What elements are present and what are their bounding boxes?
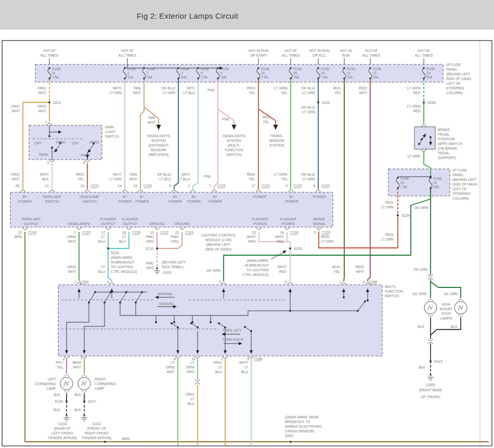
label: TURN LEFT — [222, 328, 241, 332]
label: (BEHIND LEFTKICK PANEL) — [162, 260, 186, 269]
splice-dot — [430, 136, 432, 138]
label: S226 — [111, 251, 119, 255]
label: C220 — [321, 184, 330, 188]
label: 7 — [45, 121, 47, 124]
label: C269 — [80, 280, 88, 284]
label: G200 — [163, 271, 172, 274]
splice-dot — [66, 400, 68, 402]
splice-dot — [250, 330, 252, 332]
component-box — [35, 64, 443, 82]
label: BRN — [15, 235, 22, 239]
splice-dot — [364, 300, 366, 302]
fuse-terminal — [257, 77, 259, 80]
splice-dot — [210, 321, 212, 323]
label: C268 — [369, 280, 377, 284]
fuse-terminal — [177, 77, 179, 80]
label: BLK — [451, 325, 458, 328]
label: C200 — [290, 231, 298, 234]
fuse-terminal — [317, 77, 319, 80]
splice-dot — [59, 142, 61, 144]
wire-blk-yel — [344, 79, 344, 281]
label: DK GRN — [444, 292, 458, 296]
splice-dot — [224, 326, 226, 328]
fuse-terminal — [143, 77, 145, 80]
splice-dot — [343, 296, 345, 298]
splice-dot — [244, 326, 246, 328]
splice-dot — [94, 291, 96, 293]
label: BLK — [74, 393, 81, 397]
label: S253 — [427, 101, 436, 104]
label: C222 — [217, 184, 226, 188]
label: OFF — [72, 141, 79, 145]
label: 22 — [18, 231, 22, 234]
splice-dot — [173, 321, 175, 323]
label: S107 — [88, 400, 96, 403]
label: BLK — [418, 325, 424, 328]
splice-dot — [141, 291, 143, 293]
splice-dot — [135, 301, 137, 304]
label: C200 — [144, 184, 152, 188]
label: S220 — [294, 247, 302, 251]
label: 4 — [362, 280, 365, 284]
label: C221 — [262, 184, 270, 188]
label: DK GRN — [414, 268, 428, 271]
splice-dot — [367, 299, 369, 301]
label: GROUND — [149, 222, 165, 226]
splice-dot — [125, 291, 127, 293]
label: BLK — [54, 408, 60, 412]
label: 10 — [191, 357, 196, 361]
fuse-terminal — [257, 67, 259, 69]
label: NORMAL — [158, 292, 173, 296]
label: TRANS-MISSIONSYSTEM — [269, 134, 284, 147]
diagram-border — [2, 41, 492, 446]
label: BRN — [122, 437, 129, 441]
label: 16 — [133, 184, 137, 188]
label: C222 — [82, 231, 90, 234]
splice-dot — [83, 400, 85, 402]
fuse-terminal — [430, 187, 432, 189]
splice-dot — [290, 441, 292, 443]
splice-dot — [51, 147, 53, 149]
splice-dot — [421, 138, 423, 140]
label: PARK — [39, 153, 48, 156]
label: (RIGHT REAR — [419, 388, 442, 392]
label: C222 — [160, 231, 168, 234]
label: PNK — [222, 117, 229, 121]
label: POWER — [313, 195, 326, 199]
label: 8 — [174, 357, 176, 361]
label: G405 — [426, 383, 435, 387]
label: LT GRN — [408, 154, 420, 158]
fuse-terminal — [317, 67, 319, 69]
splice-dot — [190, 322, 192, 324]
fuse-terminal — [124, 67, 126, 69]
label: BLK — [54, 393, 60, 397]
splice-dot — [218, 322, 220, 324]
label: 3 — [47, 161, 49, 164]
splice-dot — [289, 247, 291, 249]
label: S232 — [322, 101, 330, 104]
splice-dot — [430, 176, 432, 178]
label: DK GRN — [207, 269, 221, 272]
label: 5 — [169, 184, 171, 188]
splice-dot — [418, 143, 420, 145]
label: HEADLIGHTSSYSTEM(DAY/NIGHTSENSOR/AMPLIFI… — [147, 134, 170, 157]
label: C268 — [254, 357, 262, 361]
label: OFF — [34, 141, 42, 145]
label: 2 — [74, 280, 76, 284]
splice-dot — [423, 101, 425, 103]
label: 25 — [15, 184, 19, 188]
label: 6 — [313, 184, 315, 188]
label: 8 — [83, 161, 85, 164]
fuse-terminal — [217, 67, 219, 69]
fuse-terminal — [177, 67, 179, 69]
label: 9 — [219, 280, 221, 284]
label: 6 — [107, 280, 109, 284]
fuse-terminal — [124, 77, 126, 80]
label: 2 — [221, 357, 223, 361]
label: 5 — [247, 357, 249, 361]
label: 2 — [188, 184, 190, 188]
label: TURN RIGHT — [222, 338, 244, 341]
label: POWER — [253, 195, 266, 199]
splice-dot — [430, 360, 432, 362]
splice-dot — [48, 135, 50, 137]
